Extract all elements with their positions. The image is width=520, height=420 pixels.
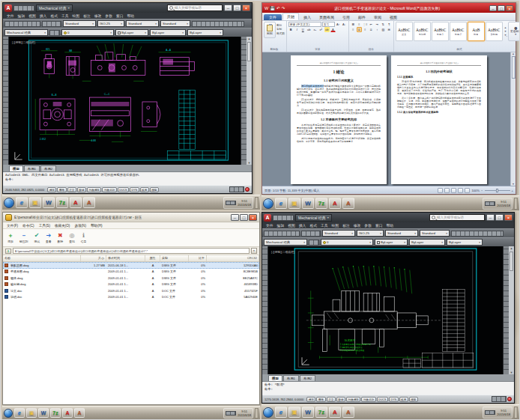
tray-icons-strip[interactable] [226, 411, 236, 416]
style-card[interactable]: AaBbC标题 1 [432, 22, 449, 41]
taskbar-app-icon[interactable]: ▣ [288, 198, 300, 209]
layout-tab[interactable]: 布局2 [40, 165, 56, 171]
start-orb-button[interactable] [4, 198, 14, 208]
workspace-dropdown[interactable]: Mechanical 经典▾ [295, 214, 332, 222]
menu-item[interactable]: 工具 [321, 223, 328, 228]
font-size-combo[interactable]: 五号 [322, 22, 335, 27]
show-marks-button[interactable]: ¶ [387, 22, 392, 27]
taskbar-clock[interactable]: 9:512015/6/18 [238, 199, 251, 207]
color-combo[interactable]: ByLayer▾ [115, 29, 148, 36]
minimize-button[interactable]: – [489, 5, 497, 11]
menu-item[interactable]: 标注 [342, 223, 350, 228]
left-toolbar-strip[interactable] [262, 246, 268, 374]
table-style-combo[interactable]: Standard▾ [126, 20, 159, 27]
bold-button[interactable]: B [288, 27, 294, 32]
file-row[interactable]: 装配总图.dwg 1.27 MB 2015-06-18 1... A DWG 文… [3, 262, 259, 269]
document-page-left[interactable]: 进口挖掘机二手变速器的设计(毕业设计论文) 1 绪论 1.1 研究的目的和意义 … [291, 55, 387, 184]
toolbar-icons-strip[interactable] [451, 231, 504, 237]
layout-tab[interactable]: 模型 [9, 165, 23, 171]
archive-tool-button[interactable]: ◎查找 [69, 232, 75, 243]
maximize-button[interactable]: □ [498, 5, 505, 11]
quick-access-toolbar[interactable] [13, 5, 34, 11]
draft-view-button[interactable] [465, 188, 470, 193]
chevron-down-icon[interactable]: ▾ [251, 248, 257, 254]
menu-item[interactable]: 编辑 [277, 223, 285, 228]
scroll-up-icon[interactable]: ▲ [248, 37, 251, 40]
archive-tool-button[interactable]: －解压到 [19, 232, 28, 243]
redo-icon[interactable]: ↷ [282, 6, 285, 10]
system-tray[interactable]: 9:512015/6/18 [483, 198, 513, 210]
highlight-color-button[interactable]: ab [324, 27, 330, 32]
layer-combo[interactable]: 0▾ [61, 29, 114, 36]
menu-item[interactable]: 命令(C) [22, 224, 34, 228]
tray-icons-strip[interactable] [485, 201, 495, 206]
italic-button[interactable]: I [294, 27, 300, 32]
mode-toggle-button[interactable]: 正交 [327, 397, 336, 402]
start-orb-button[interactable] [263, 198, 273, 209]
mode-toggle-button[interactable]: DUCS [377, 397, 388, 402]
archive-tool-button[interactable]: ＋添加 [7, 232, 13, 243]
font-name-combo[interactable]: 宋体 (中文正文) [288, 22, 321, 27]
bullets-button[interactable]: ☰ [351, 22, 356, 27]
folder-up-icon[interactable]: ⬆ [5, 249, 11, 254]
mode-toggle-button[interactable]: 正交 [67, 187, 76, 192]
mode-toggle-button[interactable]: 捕捉 [306, 397, 315, 402]
start-orb-button[interactable] [4, 409, 13, 418]
align-right-button[interactable]: ≡ [363, 27, 368, 32]
undo-icon[interactable]: ↶ [276, 6, 280, 10]
archive-tool-button[interactable]: ✖删除 [58, 232, 64, 243]
shrink-font-button[interactable]: A↓ [342, 22, 347, 27]
layer-combo[interactable]: 0▾ [321, 239, 373, 246]
tab-mailings[interactable]: 邮件 [354, 14, 369, 20]
workspace-combo[interactable]: Mechanical 经典▾ [264, 239, 307, 246]
taskbar-app-icon[interactable]: 7z [56, 197, 68, 208]
minimize-button[interactable]: – [231, 214, 239, 221]
model-canvas[interactable]: [-][俯视][二维线框] [268, 246, 503, 374]
menu-item[interactable]: 绘图 [73, 13, 80, 18]
text-style-combo[interactable]: Standard▾ [63, 20, 96, 27]
scrollbar-thumb[interactable] [247, 42, 251, 61]
column-crc32[interactable]: CRC32 [207, 255, 259, 261]
quick-access-toolbar[interactable]: W💾↶↷ [264, 6, 285, 10]
menu-item[interactable]: 文件(F) [7, 224, 18, 228]
zoom-level[interactable]: 100% [471, 189, 480, 192]
change-styles-button[interactable]: 🅐更改样式▾ [508, 22, 520, 41]
show-desktop-button[interactable] [255, 408, 259, 419]
mode-toggle-button[interactable]: 极轴 [336, 397, 345, 402]
shading-button[interactable]: ▨ [381, 27, 386, 32]
menu-item[interactable]: 收藏夹(O) [55, 224, 70, 228]
menu-item[interactable]: 标注 [83, 13, 91, 18]
tab-home[interactable]: 开始 [282, 13, 299, 20]
menu-item[interactable]: 工具(S) [39, 224, 50, 228]
taskbar-app-icon[interactable]: e [16, 197, 28, 208]
close-button[interactable]: × [242, 4, 250, 11]
taskbar-clock[interactable]: 9:512015/6/18 [497, 409, 510, 416]
taskbar-app-icon[interactable]: ▣ [29, 197, 41, 208]
menu-item[interactable]: 窗口 [375, 223, 383, 228]
close-button[interactable]: × [249, 214, 257, 221]
toolbar-icons-strip[interactable] [49, 30, 60, 36]
taskbar-app-icon[interactable]: A [342, 407, 354, 418]
mode-toggle-button[interactable]: 对象追踪 [361, 397, 375, 402]
right-toolbar-strip[interactable] [241, 37, 247, 165]
file-row[interactable]: 变速器图.dwg 2009-01-01 1... A DWG 文件 0% 8C8… [3, 269, 259, 276]
tab-page-layout[interactable]: 页面布局 [315, 14, 338, 20]
toolbar-icons-strip[interactable] [309, 240, 319, 246]
mode-toggle-button[interactable]: 模型 [150, 187, 159, 192]
menu-item[interactable]: 视图 [28, 13, 36, 18]
table-style-combo[interactable]: Standard▾ [385, 230, 418, 237]
scroll-up-icon[interactable]: ▲ [512, 52, 514, 55]
paste-button[interactable]: 粘贴 [264, 22, 276, 38]
menu-item[interactable]: 格式 [50, 13, 58, 18]
style-card[interactable]: AaBbC副标题 [486, 22, 503, 41]
quick-access-toolbar[interactable] [273, 215, 294, 221]
mode-toggle-button[interactable]: 栅格 [316, 397, 325, 402]
column-name[interactable]: 名称 [3, 255, 81, 261]
taskbar-app-icon[interactable]: 7z [50, 408, 61, 418]
web-layout-view-button[interactable] [451, 188, 456, 193]
taskbar-app-icon[interactable]: A [70, 197, 82, 208]
mode-toggle-button[interactable]: 对象捕捉 [87, 187, 101, 192]
outline-view-button[interactable] [458, 188, 463, 193]
tab-view[interactable]: 视图 [386, 14, 401, 20]
superscript-button[interactable]: x² [318, 27, 324, 32]
